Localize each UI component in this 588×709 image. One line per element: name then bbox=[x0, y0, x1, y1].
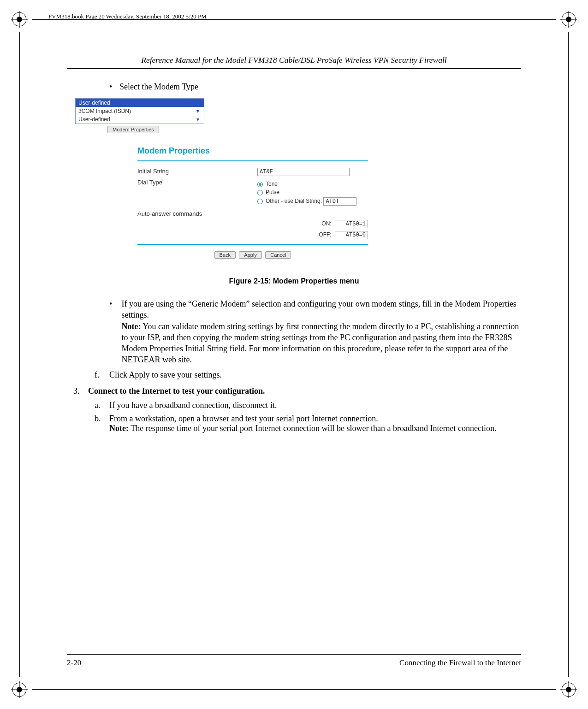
dropdown-option-label: User-defined bbox=[78, 116, 110, 123]
step-text: If you have a broadband connection, disc… bbox=[109, 401, 277, 410]
initial-string-input[interactable]: AT&F bbox=[257, 168, 350, 176]
panel-divider-top bbox=[137, 160, 368, 161]
dial-type-label: Dial Type bbox=[137, 179, 257, 186]
step-text: From a workstation, open a browser and t… bbox=[109, 414, 378, 423]
back-button[interactable]: Back bbox=[214, 251, 236, 259]
bullet-text: Select the Modem Type bbox=[119, 82, 198, 91]
generic-modem-paragraph: • If you are using the “Generic Modem” s… bbox=[109, 298, 521, 366]
step-3a: a. If you have a broadband connection, d… bbox=[95, 401, 521, 410]
radio-label: Pulse bbox=[266, 189, 279, 195]
crop-mark-bottom-left bbox=[11, 681, 28, 698]
modem-properties-button[interactable]: Modem Properties bbox=[107, 126, 159, 133]
panel-divider-bottom bbox=[137, 244, 368, 245]
dropdown-option-user[interactable]: User-defined ▾ bbox=[76, 115, 204, 124]
auto-answer-off-input[interactable]: ATS0=0 bbox=[335, 231, 368, 239]
paragraph-text: If you are using the “Generic Modem” sel… bbox=[122, 299, 517, 319]
radio-unselected-icon bbox=[257, 199, 263, 204]
crop-rail-right bbox=[568, 32, 569, 677]
step-label: b. bbox=[95, 414, 109, 433]
note-label: Note: bbox=[122, 322, 141, 331]
auto-answer-label: Auto-answer commands bbox=[137, 210, 257, 217]
radio-label: Tone bbox=[266, 181, 278, 187]
auto-answer-off-label: OFF: bbox=[313, 231, 332, 238]
cancel-button[interactable]: Cancel bbox=[265, 251, 291, 259]
figure-screenshot: User-defined 3COM Impact (ISDN) ▾ User-d… bbox=[71, 98, 521, 259]
modem-properties-panel: Initial String AT&F Dial Type Tone Pulse bbox=[137, 160, 368, 259]
dropdown-option-selected[interactable]: User-defined bbox=[76, 99, 204, 107]
step-label: 3. bbox=[73, 386, 88, 396]
chevron-down-icon[interactable]: ▾ bbox=[194, 108, 201, 115]
bullet-select-modem-type: •Select the Modem Type bbox=[109, 82, 521, 92]
step-label: f. bbox=[95, 370, 109, 380]
crop-mark-bottom-right bbox=[560, 681, 577, 698]
note-text: The response time of your serial port In… bbox=[129, 424, 496, 433]
crop-rail-left bbox=[19, 32, 20, 677]
figure-caption: Figure 2-15: Modem Properties menu bbox=[67, 277, 521, 285]
radio-label: Other - use Dial String: bbox=[266, 198, 322, 204]
dial-type-pulse-radio[interactable]: Pulse bbox=[257, 189, 368, 195]
auto-answer-on-label: ON: bbox=[313, 220, 332, 227]
step-3: 3. Connect to the Internet to test your … bbox=[73, 386, 521, 396]
dial-string-input[interactable]: ATDT bbox=[323, 197, 356, 206]
step-f: f. Click Apply to save your settings. bbox=[95, 370, 521, 380]
footer-rule bbox=[67, 654, 521, 655]
step-label: a. bbox=[95, 401, 109, 410]
dial-type-tone-radio[interactable]: Tone bbox=[257, 181, 368, 187]
step-text: Click Apply to save your settings. bbox=[109, 370, 222, 380]
modem-properties-panel-title: Modem Properties bbox=[137, 146, 361, 156]
book-metadata-line: FVM318.book Page 20 Wednesday, September… bbox=[48, 13, 207, 20]
dropdown-option-label: User-defined bbox=[78, 100, 110, 106]
bullet-dot-icon: • bbox=[109, 298, 119, 309]
crop-mark-top-right bbox=[560, 11, 577, 28]
apply-button[interactable]: Apply bbox=[239, 251, 262, 259]
radio-selected-icon bbox=[257, 182, 263, 187]
initial-string-label: Initial String bbox=[137, 168, 257, 175]
dropdown-option-isdn[interactable]: 3COM Impact (ISDN) ▾ bbox=[76, 107, 204, 115]
note-text: You can validate modem string settings b… bbox=[122, 322, 519, 365]
modem-type-dropdown[interactable]: User-defined 3COM Impact (ISDN) ▾ User-d… bbox=[75, 98, 204, 124]
bullet-dot-icon: • bbox=[109, 82, 119, 92]
auto-answer-on-input[interactable]: ATS0=1 bbox=[335, 220, 368, 228]
chevron-down-icon[interactable]: ▾ bbox=[194, 116, 201, 124]
crop-rail-bottom bbox=[32, 689, 556, 690]
radio-unselected-icon bbox=[257, 190, 263, 195]
step-text: Connect to the Internet to test your con… bbox=[88, 386, 265, 396]
header-rule bbox=[67, 68, 521, 69]
dropdown-option-label: 3COM Impact (ISDN) bbox=[78, 108, 131, 114]
dial-type-other-radio[interactable]: Other - use Dial String: ATDT bbox=[257, 197, 368, 206]
crop-mark-top-left bbox=[11, 11, 28, 28]
step-3b: b. From a workstation, open a browser an… bbox=[95, 414, 521, 433]
page-number: 2-20 bbox=[67, 658, 81, 668]
footer-section-title: Connecting the Firewall to the Internet bbox=[399, 658, 521, 668]
running-header-title: Reference Manual for the Model FVM318 Ca… bbox=[67, 55, 521, 65]
note-label: Note: bbox=[109, 424, 129, 433]
